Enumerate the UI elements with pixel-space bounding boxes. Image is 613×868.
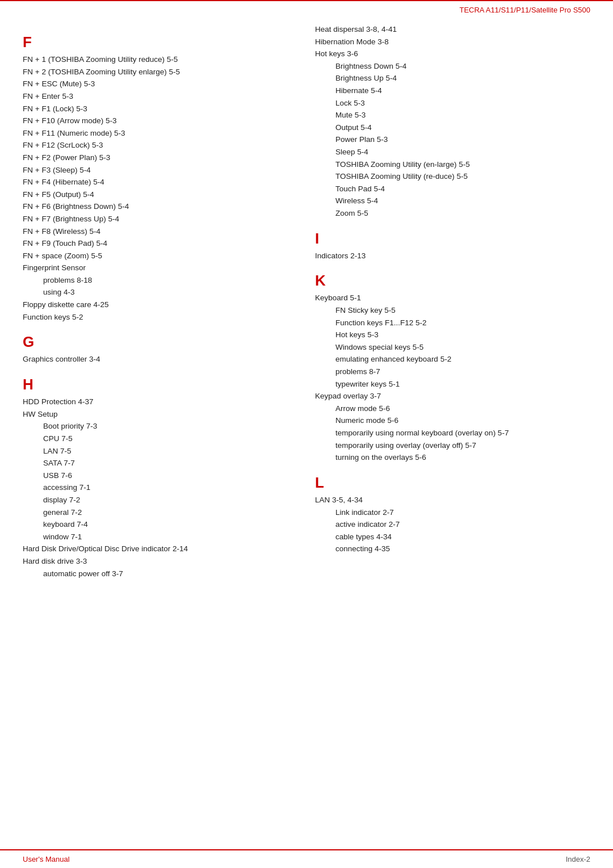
footer-left: User's Manual xyxy=(23,855,70,863)
index-entry: Indicators 2-13 xyxy=(315,250,590,262)
index-entry: TOSHIBA Zooming Utility (re-duce) 5-5 xyxy=(315,170,590,183)
index-entry: FN Sticky key 5-5 xyxy=(315,304,590,317)
index-entry: LAN 7-5 xyxy=(23,445,298,458)
main-content: FFN + 1 (TOSHIBA Zooming Utility reduce)… xyxy=(0,23,613,580)
column-left: FFN + 1 (TOSHIBA Zooming Utility reduce)… xyxy=(23,23,298,580)
index-entry: temporarily using normal keyboard (overl… xyxy=(315,427,590,439)
footer-right: Index-2 xyxy=(566,855,590,863)
index-entry: Zoom 5-5 xyxy=(315,207,590,220)
index-entry: turning on the overlays 5-6 xyxy=(315,451,590,464)
column-right: Heat dispersal 3-8, 4-41Hibernation Mode… xyxy=(315,23,590,580)
index-entry: Mute 5-3 xyxy=(315,109,590,121)
index-entry: FN + F8 (Wireless) 5-4 xyxy=(23,225,298,238)
index-entry: CPU 7-5 xyxy=(23,433,298,445)
index-entry: general 7-2 xyxy=(23,506,298,519)
index-entry: emulating enhanced keyboard 5-2 xyxy=(315,353,590,366)
index-entry: Touch Pad 5-4 xyxy=(315,183,590,195)
index-entry: Boot priority 7-3 xyxy=(23,420,298,433)
index-entry: Output 5-4 xyxy=(315,121,590,134)
header-title: TECRA A11/S11/P11/Satellite Pro S500 xyxy=(459,6,590,14)
index-entry: problems 8-18 xyxy=(23,274,298,287)
index-entry: FN + F12 (ScrLock) 5-3 xyxy=(23,139,298,152)
index-entry: Heat dispersal 3-8, 4-41 xyxy=(315,23,590,36)
index-entry: active indicator 2-7 xyxy=(315,518,590,531)
index-entry: Hard disk drive 3-3 xyxy=(23,555,298,568)
index-entry: FN + F11 (Numeric mode) 5-3 xyxy=(23,127,298,140)
index-entry: Brightness Up 5-4 xyxy=(315,72,590,85)
index-entry: Power Plan 5-3 xyxy=(315,133,590,146)
index-entry: FN + F6 (Brightness Down) 5-4 xyxy=(23,200,298,213)
index-entry: typewriter keys 5-1 xyxy=(315,378,590,391)
index-entry: cable types 4-34 xyxy=(315,531,590,543)
index-entry: TOSHIBA Zooming Utility (en-large) 5-5 xyxy=(315,158,590,171)
index-entry: Graphics controller 3-4 xyxy=(23,353,298,366)
index-entry: LAN 3-5, 4-34 xyxy=(315,494,590,506)
index-entry: Function keys 5-2 xyxy=(23,311,298,324)
page-header: TECRA A11/S11/P11/Satellite Pro S500 xyxy=(0,0,613,18)
index-entry: Link indicator 2-7 xyxy=(315,506,590,519)
index-entry: connecting 4-35 xyxy=(315,543,590,555)
index-entry: FN + ESC (Mute) 5-3 xyxy=(23,78,298,90)
index-entry: Hibernate 5-4 xyxy=(315,85,590,97)
section-letter-k: K xyxy=(315,272,590,290)
index-entry: keyboard 7-4 xyxy=(23,518,298,531)
index-entry: automatic power off 3-7 xyxy=(23,568,298,580)
index-entry: problems 8-7 xyxy=(315,366,590,378)
index-entry: FN + F7 (Brightness Up) 5-4 xyxy=(23,213,298,225)
index-entry: SATA 7-7 xyxy=(23,457,298,469)
index-entry: FN + F3 (Sleep) 5-4 xyxy=(23,164,298,177)
section-letter-g: G xyxy=(23,333,298,351)
index-entry: FN + 2 (TOSHIBA Zooming Utility enlarge)… xyxy=(23,66,298,78)
section-letter-f: F xyxy=(23,33,298,51)
index-entry: USB 7-6 xyxy=(23,469,298,482)
index-entry: FN + space (Zoom) 5-5 xyxy=(23,250,298,262)
index-entry: Lock 5-3 xyxy=(315,97,590,110)
index-entry: FN + F5 (Output) 5-4 xyxy=(23,188,298,201)
index-entry: FN + F10 (Arrow mode) 5-3 xyxy=(23,115,298,127)
index-entry: Windows special keys 5-5 xyxy=(315,341,590,354)
index-entry: HW Setup xyxy=(23,408,298,421)
page-container: TECRA A11/S11/P11/Satellite Pro S500 FFN… xyxy=(0,0,613,868)
index-entry: Sleep 5-4 xyxy=(315,146,590,158)
section-letter-l: L xyxy=(315,474,590,492)
index-entry: window 7-1 xyxy=(23,531,298,543)
index-entry: FN + F1 (Lock) 5-3 xyxy=(23,103,298,115)
page-footer: User's Manual Index-2 xyxy=(0,849,613,868)
index-entry: Hibernation Mode 3-8 xyxy=(315,36,590,48)
index-entry: FN + F2 (Power Plan) 5-3 xyxy=(23,152,298,164)
index-entry: display 7-2 xyxy=(23,494,298,506)
index-entry: Hot keys 3-6 xyxy=(315,48,590,60)
index-entry: temporarily using overlay (overlay off) … xyxy=(315,439,590,452)
index-entry: FN + F9 (Touch Pad) 5-4 xyxy=(23,237,298,250)
index-entry: Hard Disk Drive/Optical Disc Drive indic… xyxy=(23,543,298,555)
index-entry: FN + Enter 5-3 xyxy=(23,90,298,103)
index-entry: HDD Protection 4-37 xyxy=(23,396,298,408)
section-letter-h: H xyxy=(23,376,298,393)
index-entry: Numeric mode 5-6 xyxy=(315,414,590,427)
index-entry: Wireless 5-4 xyxy=(315,195,590,207)
index-entry: Hot keys 5-3 xyxy=(315,329,590,341)
index-entry: Brightness Down 5-4 xyxy=(315,60,590,73)
index-entry: FN + 1 (TOSHIBA Zooming Utility reduce) … xyxy=(23,53,298,66)
index-entry: FN + F4 (Hibernate) 5-4 xyxy=(23,176,298,188)
index-entry: accessing 7-1 xyxy=(23,481,298,494)
section-letter-i: I xyxy=(315,230,590,248)
index-entry: Fingerprint Sensor xyxy=(23,262,298,274)
index-entry: Floppy diskette care 4-25 xyxy=(23,299,298,311)
index-entry: Function keys F1...F12 5-2 xyxy=(315,317,590,329)
index-entry: using 4-3 xyxy=(23,286,298,299)
index-entry: Keyboard 5-1 xyxy=(315,292,590,304)
index-entry: Arrow mode 5-6 xyxy=(315,402,590,415)
index-entry: Keypad overlay 3-7 xyxy=(315,390,590,402)
